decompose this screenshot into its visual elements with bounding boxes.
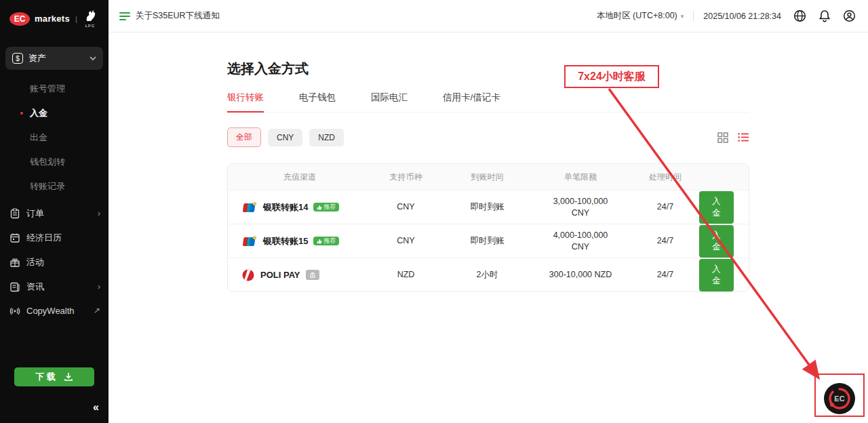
sidebar-collapse-button[interactable]: «: [0, 401, 108, 414]
list-view-button[interactable]: [738, 132, 749, 142]
cell-currency: CNY: [367, 235, 445, 247]
announcement-icon: [119, 12, 130, 20]
brand-logo[interactable]: EC markets | LFC: [0, 0, 108, 35]
sidebar-nav: $ 资产 账号管理 入金 出金 钱包划转 转账记录: [0, 47, 108, 367]
tab-e-wallet[interactable]: 电子钱包: [299, 92, 336, 112]
table-row: 银联转账15 推荐 CNY 即时到账 4,000-100,000: [228, 224, 749, 258]
account-button[interactable]: [843, 9, 856, 22]
grid-view-button[interactable]: [717, 132, 728, 143]
assets-subnav: 账号管理 入金 出金 钱包划转 转账记录: [0, 77, 108, 199]
external-link-icon: ↗: [94, 306, 100, 315]
globe-icon: [793, 9, 806, 22]
timezone-selector[interactable]: 本地时区 (UTC+8:00) ▾: [597, 10, 684, 22]
tab-international-wire[interactable]: 国际电汇: [371, 92, 408, 112]
bank-icon: [309, 272, 316, 278]
lfc-label: LFC: [85, 24, 95, 28]
app-root: EC markets | LFC $ 资产 账号管理 入金: [0, 0, 868, 423]
news-icon: [9, 281, 20, 292]
chevron-right-icon: ›: [98, 209, 100, 218]
sidebar-item-wallet-transfer[interactable]: 钱包划转: [0, 150, 108, 174]
sidebar-item-activities[interactable]: 活动: [0, 250, 108, 275]
assets-dollar-icon: $: [12, 53, 23, 64]
filter-chip-all[interactable]: 全部: [227, 127, 261, 147]
col-channel: 充值渠道: [228, 172, 367, 183]
deposit-method-tabs: 银行转账 电子钱包 国际电汇 信用卡/借记卡: [227, 92, 749, 113]
customer-service-chat-button[interactable]: EC: [823, 382, 856, 415]
download-button[interactable]: 下载: [14, 367, 94, 386]
sidebar-item-withdraw[interactable]: 出金: [0, 125, 108, 150]
cell-limit: 4,000-100,000 CNY: [530, 230, 631, 253]
sidebar-item-economic-calendar[interactable]: 经济日历: [0, 226, 108, 250]
sidebar-item-deposit[interactable]: 入金: [0, 101, 108, 125]
deposit-button[interactable]: 入金: [699, 259, 734, 291]
recommended-badge: 推荐: [313, 237, 339, 245]
content: 选择入金方式 银行转账 电子钱包 国际电汇 信用卡/借记卡 全部 CNY NZD: [108, 33, 868, 423]
badge-label: 推荐: [323, 238, 336, 244]
page-title: 选择入金方式: [227, 60, 749, 78]
timezone-label: 本地时区 (UTC+8:00): [597, 10, 677, 22]
col-arrival-time: 到账时间: [445, 172, 530, 183]
sidebar-item-copywealth[interactable]: CopyWealth ↗: [0, 299, 108, 322]
topbar-divider: [693, 11, 694, 21]
annotation-label: 7x24小时客服: [578, 70, 646, 84]
chevron-right-icon: ›: [98, 282, 100, 291]
tab-credit-debit-card[interactable]: 信用卡/借记卡: [443, 92, 500, 112]
sidebar-item-transfer-records[interactable]: 转账记录: [0, 174, 108, 199]
notice-text: 关于S35EUR下线通知: [136, 10, 220, 22]
sidebar-item-news[interactable]: 资讯 ›: [0, 275, 108, 299]
bell-icon: [818, 9, 831, 22]
unionpay-icon: [241, 201, 258, 214]
cell-hours: 24/7: [631, 269, 699, 281]
cell-arrival: 即时到账: [445, 201, 530, 213]
orders-label: 订单: [26, 207, 92, 220]
notice-link[interactable]: 关于S35EUR下线通知: [119, 10, 220, 22]
currency-filter-row: 全部 CNY NZD: [227, 127, 749, 147]
notifications-button[interactable]: [818, 9, 831, 22]
copywealth-label: CopyWealth: [26, 306, 87, 316]
recommended-badge: 推荐: [313, 203, 339, 212]
language-globe-button[interactable]: [793, 9, 806, 22]
deposit-button[interactable]: 入金: [699, 191, 734, 224]
calendar-icon: [9, 233, 20, 243]
cell-arrival: 2小时: [445, 269, 530, 281]
badge-label: 推荐: [323, 204, 336, 210]
tab-bank-transfer[interactable]: 银行转账: [227, 92, 264, 112]
user-icon: [843, 9, 856, 22]
table-row: POLI PAY NZD: [228, 258, 749, 291]
cell-hours: 24/7: [631, 201, 699, 213]
sidebar-item-assets[interactable]: $ 资产: [5, 47, 103, 70]
channel-name: 银联转账15: [263, 235, 308, 247]
col-processing-time: 处理时间: [631, 172, 699, 183]
poli-pay-icon: [241, 268, 255, 282]
list-view-icon: [738, 132, 749, 142]
cell-arrival: 即时到账: [445, 235, 530, 247]
news-label: 资讯: [26, 281, 92, 293]
filter-chip-cny[interactable]: CNY: [268, 129, 302, 146]
logo-divider: |: [75, 15, 77, 23]
assets-group-label: 资产: [28, 52, 84, 64]
thumbs-up-icon: [317, 205, 322, 210]
liverbird-icon: [83, 9, 98, 23]
bank-badge: [306, 270, 319, 280]
economic-calendar-label: 经济日历: [26, 232, 100, 244]
deposit-button[interactable]: 入金: [699, 225, 734, 258]
unionpay-icon: [241, 235, 258, 247]
cell-limit: 300-10,000 NZD: [530, 269, 631, 281]
cell-currency: CNY: [367, 201, 445, 213]
thumbs-up-icon: [317, 239, 322, 244]
col-limit: 单笔限额: [530, 172, 631, 183]
sidebar-item-account-management[interactable]: 账号管理: [0, 77, 108, 101]
table-row: 银联转账14 推荐 CNY 即时到账 3,000-100,000: [228, 190, 749, 224]
sidebar-bottom: 下载 «: [0, 367, 108, 423]
download-icon: [64, 372, 73, 382]
chat-widget-icon: EC: [823, 382, 856, 415]
lfc-logo: LFC: [83, 9, 98, 28]
gift-icon: [9, 257, 20, 268]
chat-logo-text: EC: [834, 395, 844, 403]
brand-markets-label: markets: [35, 14, 70, 24]
annotation-callout: 7x24小时客服: [564, 65, 659, 88]
filter-chip-nzd[interactable]: NZD: [309, 129, 344, 146]
sidebar: EC markets | LFC $ 资产 账号管理 入金: [0, 0, 108, 423]
sidebar-item-orders[interactable]: 订单 ›: [0, 201, 108, 226]
chevron-down-icon: ▾: [681, 13, 684, 20]
